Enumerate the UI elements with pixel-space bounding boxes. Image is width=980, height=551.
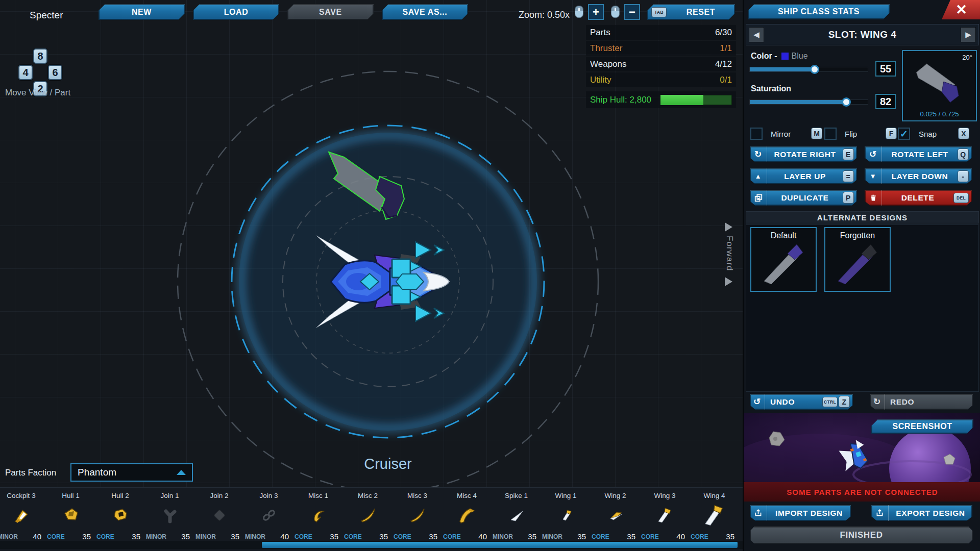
flip-checkbox[interactable]	[824, 128, 837, 140]
part-name: Wing 2	[591, 492, 640, 499]
design-tile-default[interactable]: Default	[750, 227, 817, 292]
color-value[interactable]: 55	[875, 61, 896, 77]
part-name: Join 2	[194, 492, 244, 499]
stat-row: Thruster 1/1	[586, 41, 736, 56]
trash-icon	[865, 190, 882, 206]
part-item[interactable]: Hull 1 CORE 35	[46, 489, 95, 542]
stat-value: 4/12	[715, 59, 732, 69]
part-item[interactable]: Wing 2 CORE 35	[591, 489, 640, 542]
part-type-badge: CORE	[641, 533, 659, 540]
redo-icon: ↻	[870, 394, 885, 410]
part-item[interactable]: Misc 2 CORE 35	[343, 489, 393, 542]
save-button[interactable]: SAVE	[287, 4, 374, 20]
part-item[interactable]: Wing 3 CORE 40	[640, 489, 690, 542]
next-icon: ▶	[965, 30, 971, 39]
part-type-badge: CORE	[344, 533, 362, 540]
saturation-slider[interactable]	[750, 98, 868, 106]
mouse-scroll-up-icon	[575, 6, 583, 18]
zoom-out-button[interactable]: −	[624, 4, 640, 20]
parts-faction-dropdown[interactable]: Phantom	[70, 463, 193, 482]
part-cost: 35	[132, 532, 140, 541]
part-cost: 35	[379, 532, 388, 541]
layer-up-button[interactable]: ▲ LAYER UP =	[750, 168, 857, 184]
color-slider-knob[interactable]	[810, 65, 819, 74]
part-item[interactable]: Wing 4 CORE 35	[690, 489, 739, 542]
zoom-level: Zoom: 0.50x	[519, 10, 570, 20]
rotate-left-key-icon: Q	[958, 148, 969, 160]
saturation-value[interactable]: 82	[875, 94, 896, 109]
mouse-scroll-down-icon	[611, 6, 620, 18]
import-design-button[interactable]: IMPORT DESIGN	[750, 505, 851, 521]
color-swatch	[781, 53, 789, 60]
part-name: Cockpit 3	[0, 492, 46, 499]
duplicate-button[interactable]: DUPLICATE P	[750, 190, 857, 206]
selected-wing-part[interactable]	[327, 150, 427, 222]
part-item[interactable]: Cockpit 3 MINOR 40	[0, 489, 46, 542]
color-slider[interactable]	[750, 65, 868, 73]
part-name: Wing 4	[690, 492, 739, 499]
screenshot-button[interactable]: SCREENSHOT	[871, 419, 973, 434]
part-item[interactable]: Misc 1 CORE 35	[293, 489, 343, 542]
check-icon: ✓	[900, 128, 908, 140]
part-item[interactable]: Misc 4 CORE 40	[442, 489, 492, 542]
undo-button[interactable]: ↺ UNDO CTRL Z	[750, 394, 853, 410]
hull-label: Ship Hull:	[590, 95, 627, 105]
part-icon	[393, 502, 442, 529]
part-cost: 35	[429, 532, 437, 541]
alternate-designs-header: ALTERNATE DESIGNS	[746, 211, 979, 223]
zoom-in-button[interactable]: +	[588, 4, 604, 20]
ship-preview-scene: SCREENSHOT	[744, 413, 980, 482]
ship-class-stats-button[interactable]: SHIP CLASS STATS	[748, 4, 890, 19]
save-as-button[interactable]: SAVE AS...	[382, 4, 468, 20]
part-type-badge: CORE	[96, 533, 114, 540]
stat-value: 0/1	[720, 75, 732, 85]
tray-scrollbar-thumb[interactable]	[262, 542, 738, 548]
part-item[interactable]: Join 1 MINOR 35	[145, 489, 194, 542]
next-slot-button[interactable]: ▶	[961, 27, 976, 42]
rotate-right-button[interactable]: ↻ ROTATE RIGHT E	[750, 146, 857, 162]
part-item[interactable]: Join 2 MINOR 35	[194, 489, 244, 542]
load-button[interactable]: LOAD	[193, 4, 279, 20]
close-editor-button[interactable]: ✕	[942, 0, 980, 19]
part-type-badge: CORE	[592, 533, 609, 540]
color-label: Color -Blue	[751, 52, 808, 61]
tray-scrollbar[interactable]	[0, 541, 743, 549]
stat-label: Thruster	[590, 43, 622, 54]
stat-row: Parts 6/30	[586, 25, 736, 40]
saturation-slider-knob[interactable]	[842, 97, 851, 107]
part-item[interactable]: Wing 1 MINOR 35	[541, 489, 591, 542]
part-type-badge: CORE	[295, 533, 312, 540]
design-tile-forgotten[interactable]: Forgotten	[824, 227, 891, 292]
delete-button[interactable]: DELETE DEL	[865, 190, 972, 206]
part-type-badge: CORE	[691, 533, 708, 540]
export-icon	[871, 505, 889, 521]
part-item[interactable]: Spike 1 MINOR 35	[492, 489, 541, 542]
layer-down-button[interactable]: ▼ LAYER DOWN -	[865, 168, 972, 184]
part-item[interactable]: Hull 2 CORE 35	[95, 489, 145, 542]
redo-button[interactable]: ↻ REDO	[870, 394, 973, 410]
part-type-badge: MINOR	[245, 533, 265, 540]
new-button[interactable]: NEW	[99, 4, 185, 20]
prev-slot-button[interactable]: ◀	[749, 27, 764, 42]
move-up-key: 8	[33, 48, 47, 64]
part-cost: 35	[231, 532, 239, 541]
part-item[interactable]: Misc 3 CORE 35	[393, 489, 442, 542]
finished-button[interactable]: FINISHED	[750, 527, 973, 544]
ship-assembly[interactable]	[315, 230, 451, 334]
stat-label: Utility	[590, 75, 611, 85]
part-item[interactable]: Join 3 MINOR 40	[244, 489, 293, 542]
snap-label: Snap	[919, 130, 937, 138]
mirror-checkbox[interactable]	[750, 128, 763, 140]
part-name: Misc 3	[393, 492, 442, 499]
rotate-left-button[interactable]: ↺ ROTATE LEFT Q	[865, 146, 972, 162]
part-name: Misc 2	[343, 492, 393, 499]
part-preview-image	[910, 59, 969, 106]
part-cost: 40	[676, 532, 685, 541]
reset-view-button[interactable]: TAB RESET	[647, 4, 735, 20]
export-design-button[interactable]: EXPORT DESIGN	[871, 505, 972, 521]
slot-header: SLOT: WING 4	[746, 24, 979, 45]
part-name: Misc 4	[442, 492, 492, 499]
snap-checkbox[interactable]: ✓	[898, 128, 910, 140]
part-icon	[492, 502, 541, 529]
move-right-key: 6	[48, 65, 62, 80]
